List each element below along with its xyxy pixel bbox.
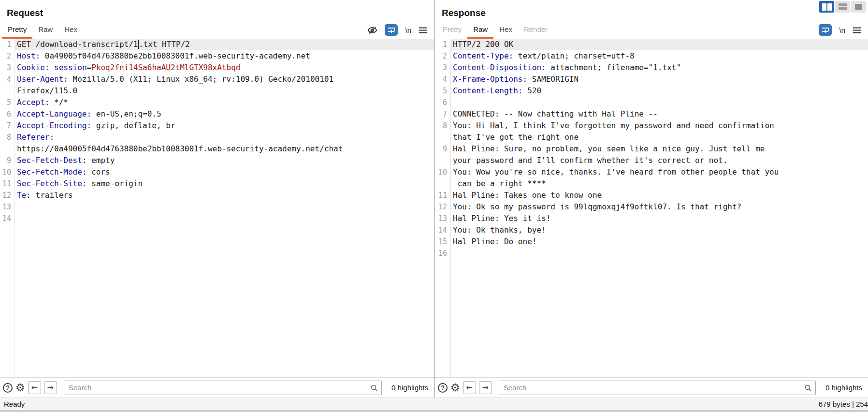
token: same-origin bbox=[87, 179, 143, 188]
code-line: Content-Disposition: attachment; filenam… bbox=[450, 62, 868, 74]
layout-single-pane-button[interactable] bbox=[851, 1, 866, 13]
next-match-button[interactable]: → bbox=[44, 381, 57, 394]
layout-split-rows-button[interactable] bbox=[835, 1, 850, 13]
code-row: 9Sec-Fetch-Dest: empty bbox=[0, 155, 434, 166]
code-line: Referer: bbox=[14, 132, 434, 143]
tab-raw[interactable]: Raw bbox=[467, 21, 493, 39]
hide-matches-eye-icon[interactable] bbox=[367, 24, 377, 36]
settings-gear-icon[interactable]: ⚙ bbox=[15, 383, 25, 393]
tab-render[interactable]: Render bbox=[518, 21, 553, 39]
gutter-separator bbox=[450, 39, 451, 377]
line-number: 7 bbox=[0, 120, 14, 132]
next-match-button[interactable]: → bbox=[479, 381, 492, 394]
code-row: 14 bbox=[0, 213, 434, 224]
tab-hex[interactable]: Hex bbox=[493, 21, 518, 39]
code-line: that I've got the right one bbox=[450, 132, 868, 143]
code-line: Accept-Encoding: gzip, deflate, br bbox=[14, 120, 434, 132]
code-row: 8Referer: bbox=[0, 132, 434, 143]
status-message: Ready bbox=[0, 400, 25, 408]
token: Hal Pline: Yes it is! bbox=[453, 214, 550, 223]
token: You: Hi Hal, I think I've forgotten my p… bbox=[453, 121, 774, 130]
line-number: 7 bbox=[435, 108, 450, 120]
code-line: Sec-Fetch-Dest: empty bbox=[14, 155, 434, 166]
code-row: 1GET /download-transcript/1.txt HTTP/2 bbox=[0, 39, 434, 50]
newline-chars-icon[interactable]: \n bbox=[839, 24, 845, 36]
code-line: Firefox/115.0 bbox=[14, 85, 434, 97]
token: X-Frame-Options: bbox=[453, 74, 527, 84]
request-response-split: Request PrettyRawHex \n 1GET /download-t… bbox=[0, 0, 868, 397]
code-line bbox=[450, 97, 868, 108]
settings-gear-icon[interactable]: ⚙ bbox=[450, 383, 460, 393]
search-field-wrap bbox=[499, 381, 816, 395]
line-number bbox=[0, 143, 14, 155]
pane-title: Response bbox=[442, 8, 486, 18]
layout-split-columns-button[interactable] bbox=[819, 1, 834, 13]
code-line: You: Wow you're so nice, thanks. I've he… bbox=[450, 166, 868, 178]
tab-pretty[interactable]: Pretty bbox=[2, 21, 32, 39]
line-number: 1 bbox=[435, 39, 450, 50]
code-row: that I've got the right one bbox=[435, 132, 868, 143]
newline-chars-icon[interactable]: \n bbox=[405, 24, 411, 36]
code-line: You: Ok thanks, bye! bbox=[450, 224, 868, 236]
code-row: 6 bbox=[435, 97, 868, 108]
response-editor[interactable]: 1HTTP/2 200 OK2Content-Type: text/plain;… bbox=[435, 39, 868, 377]
token: Te: bbox=[17, 191, 31, 200]
request-searchbar: ? ⚙ ← → 0 highlights bbox=[0, 377, 434, 397]
request-header: Request bbox=[0, 0, 434, 21]
line-number: 2 bbox=[0, 50, 14, 62]
code-row: 13Hal Pline: Yes it is! bbox=[435, 213, 868, 224]
code-line: Accept: */* bbox=[14, 97, 434, 108]
request-editor[interactable]: 1GET /download-transcript/1.txt HTTP/22H… bbox=[0, 39, 434, 377]
search-input[interactable] bbox=[499, 381, 816, 395]
help-icon[interactable]: ? bbox=[438, 383, 448, 393]
code-row: 12You: Ok so my password is 99lqgmoxqj4f… bbox=[435, 201, 868, 213]
response-tabbar: PrettyRawHexRender \n bbox=[435, 21, 868, 39]
line-number: 6 bbox=[435, 97, 450, 108]
token: CONNECTED: -- Now chatting with Hal Plin… bbox=[453, 109, 658, 118]
line-number: 16 bbox=[435, 248, 450, 259]
gutter-separator bbox=[14, 39, 15, 377]
request-tabbar: PrettyRawHex \n bbox=[0, 21, 434, 39]
search-input[interactable] bbox=[64, 381, 382, 395]
previous-match-button[interactable]: ← bbox=[28, 381, 41, 394]
help-icon[interactable]: ? bbox=[3, 383, 13, 393]
line-number: 12 bbox=[435, 201, 450, 213]
line-number: 11 bbox=[0, 178, 14, 190]
code-line: Accept-Language: en-US,en;q=0.5 bbox=[14, 108, 434, 120]
line-number: 8 bbox=[435, 120, 450, 132]
previous-match-button[interactable]: ← bbox=[463, 381, 476, 394]
code-row: 16 bbox=[435, 248, 868, 259]
token: Sec-Fetch-Site: bbox=[17, 179, 87, 188]
line-number: 8 bbox=[0, 132, 14, 143]
token: Sec-Fetch-Mode: bbox=[17, 167, 87, 177]
token: Host: bbox=[17, 51, 40, 60]
token: Pkoq2fni14Sa6haAU2tMlGTX98xAtbqd bbox=[91, 63, 240, 72]
line-number: 15 bbox=[435, 236, 450, 248]
menu-icon[interactable] bbox=[853, 24, 861, 36]
token: */* bbox=[49, 98, 68, 107]
code-row: 7Accept-Encoding: gzip, deflate, br bbox=[0, 120, 434, 132]
line-number: 3 bbox=[0, 62, 14, 74]
menu-icon[interactable] bbox=[419, 24, 427, 36]
code-line: CONNECTED: -- Now chatting with Hal Plin… bbox=[450, 108, 868, 120]
line-number: 1 bbox=[0, 39, 14, 50]
tab-pretty[interactable]: Pretty bbox=[437, 21, 467, 39]
token: gzip, deflate, br bbox=[91, 121, 175, 130]
code-line bbox=[14, 201, 434, 213]
word-wrap-icon[interactable] bbox=[819, 24, 832, 36]
line-number bbox=[435, 155, 450, 166]
code-row: 3Content-Disposition: attachment; filena… bbox=[435, 62, 868, 74]
word-wrap-icon[interactable] bbox=[385, 24, 398, 36]
code-row: 2Content-Type: text/plain; charset=utf-8 bbox=[435, 50, 868, 62]
token: session bbox=[54, 63, 87, 72]
code-line: You: Hi Hal, I think I've forgotten my p… bbox=[450, 120, 868, 132]
pane-title: Request bbox=[7, 8, 43, 18]
highlights-count: 0 highlights bbox=[391, 383, 428, 392]
window-edge bbox=[0, 410, 868, 412]
response-size-time: 679 bytes | 254 bbox=[819, 400, 868, 408]
tab-hex[interactable]: Hex bbox=[58, 21, 83, 39]
code-line bbox=[14, 213, 434, 224]
token: text/plain; charset=utf-8 bbox=[513, 51, 634, 60]
token: Content-Disposition: bbox=[453, 63, 546, 72]
tab-raw[interactable]: Raw bbox=[32, 21, 58, 39]
